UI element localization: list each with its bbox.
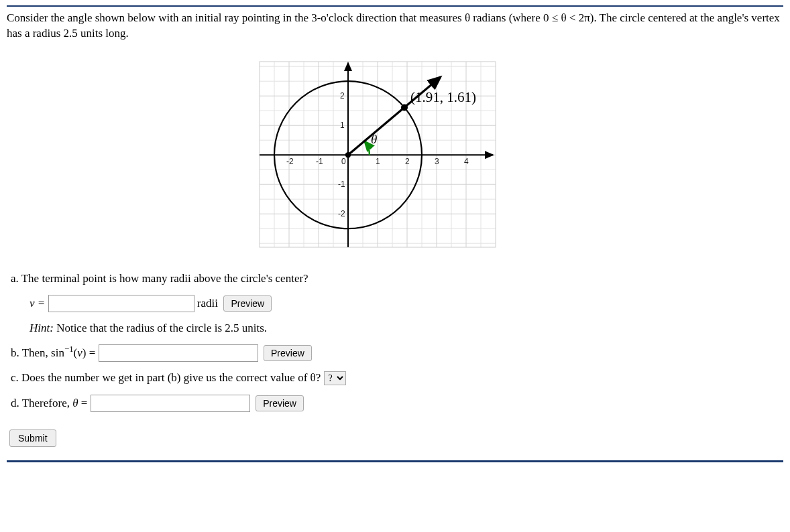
answer-a-input[interactable] [48,295,194,312]
preview-a-button[interactable]: Preview [223,295,272,312]
question-a-text: a. The terminal point is how many radii … [11,272,783,285]
terminal-point-label: (1.91, 1.61) [410,89,476,105]
theta-label: θ [371,132,377,146]
answer-c-select[interactable]: ? [324,371,346,385]
ytick-2: 2 [340,91,345,101]
intro-text: Consider the angle shown below with an i… [7,11,783,42]
question-b: b. Then, sin−1(v) = Preview [11,344,783,362]
answer-b-input[interactable] [99,344,258,362]
svg-point-34 [401,104,408,111]
top-rule [7,5,783,7]
ytick-1: 1 [340,121,345,130]
xtick-0: 0 [341,157,346,166]
xtick-4: 4 [464,157,469,166]
xtick-1: 1 [376,157,380,166]
hint-text: Notice that the radius of the circle is … [56,322,267,334]
question-a: a. The terminal point is how many radii … [11,272,783,335]
ytick-neg1: -1 [338,180,345,189]
question-b-label: b. Then, sin−1(v) = [11,346,99,359]
submit-button[interactable]: Submit [9,429,56,447]
xtick-2: 2 [405,157,410,166]
question-c-text: c. Does the number we get in part (b) gi… [11,371,321,384]
unit-radii: radii [197,297,218,310]
preview-b-button[interactable]: Preview [264,345,312,361]
xtick-3: 3 [435,157,439,166]
angle-diagram: -2 -1 0 1 2 3 4 2 1 -1 -2 θ (1.91, 1.61) [7,48,783,263]
hint-label: Hint: [30,322,54,334]
question-d-label: d. Therefore, θ = [11,397,91,409]
xtick-neg1: -1 [316,157,323,166]
question-d: d. Therefore, θ = Preview [11,395,783,412]
svg-point-33 [345,152,351,157]
xtick-neg2: -2 [286,157,294,166]
preview-d-button[interactable]: Preview [256,395,304,411]
question-c: c. Does the number we get in part (b) gi… [11,371,783,385]
answer-d-input[interactable] [91,395,250,412]
bottom-rule [7,460,783,462]
var-v-label: v = [30,297,45,310]
ytick-neg2: -2 [338,209,345,218]
